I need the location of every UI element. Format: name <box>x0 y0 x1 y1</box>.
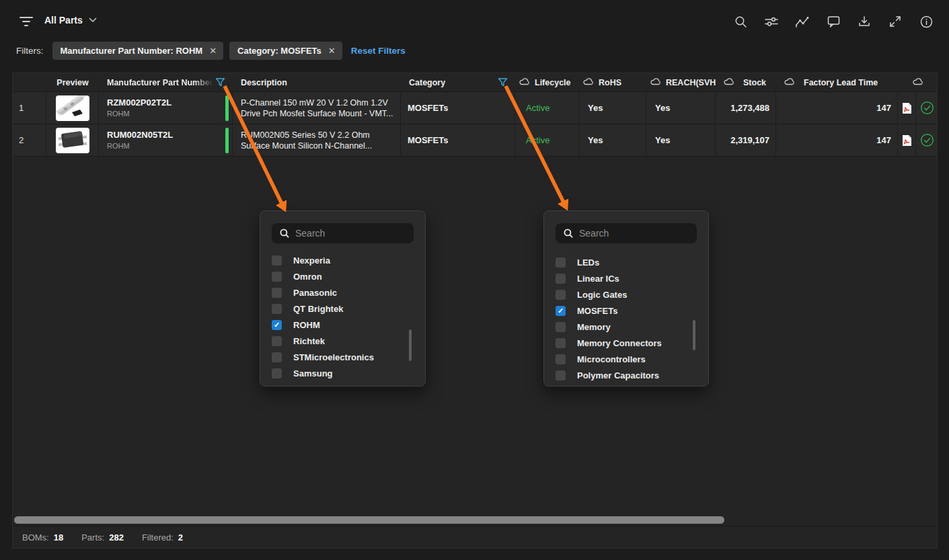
option-linear-ics[interactable]: Linear ICs <box>556 270 697 286</box>
checkbox[interactable] <box>272 288 282 298</box>
checkbox[interactable] <box>556 338 566 348</box>
option-microcontrollers[interactable]: Microcontrollers <box>556 351 697 367</box>
filters-label: Filters: <box>16 46 44 56</box>
checkbox[interactable] <box>556 370 566 381</box>
header-rohs[interactable]: RoHS <box>579 73 646 91</box>
checkbox[interactable] <box>272 272 282 282</box>
close-icon[interactable]: ✕ <box>209 46 217 56</box>
option-label: Memory <box>577 322 611 332</box>
status-bar: BOMs:18 Parts:282 Filtered:2 <box>13 526 937 548</box>
factory-lead-time-cell: 147 <box>776 92 898 124</box>
filter-chip-category[interactable]: Category: MOSFETs ✕ <box>229 42 342 60</box>
header-lifecycle[interactable]: Lifecycle <box>515 73 579 91</box>
option-leds[interactable]: LEDs <box>556 254 697 270</box>
filter-funnel-icon[interactable] <box>498 77 508 89</box>
table-row[interactable]: 2 RUM002N05T2L ROHM RUM002N05 Series 50 … <box>13 124 937 157</box>
checkbox[interactable] <box>272 352 282 362</box>
filter-list-icon[interactable] <box>17 13 35 30</box>
header-category[interactable]: Category <box>401 73 515 91</box>
checkbox[interactable] <box>556 322 566 332</box>
checkbox[interactable] <box>556 306 566 316</box>
row-index: 1 <box>13 92 46 124</box>
mpn-value: RZM002P02T2L <box>107 97 172 108</box>
option-mosfets[interactable]: MOSFETs <box>556 303 697 319</box>
lifecycle-value: Active <box>526 103 549 113</box>
view-selector-label: All Parts <box>44 15 83 26</box>
header-preview[interactable]: Preview <box>46 73 99 91</box>
row-index: 2 <box>13 124 46 156</box>
category-value: MOSFETs <box>408 103 448 113</box>
search-input[interactable] <box>295 228 407 239</box>
column-label: Preview <box>56 78 88 87</box>
horizontal-scrollbar-thumb[interactable] <box>14 516 724 524</box>
cloud-icon <box>583 77 595 87</box>
mpn-value: RUM002N05T2L <box>107 130 173 141</box>
info-icon[interactable] <box>915 14 937 29</box>
mpn-cell: RUM002N05T2L ROHM <box>99 124 233 156</box>
option-memory[interactable]: Memory <box>556 319 697 335</box>
checkbox[interactable] <box>272 336 282 346</box>
header-reach[interactable]: REACH(SVHC) <box>646 73 716 91</box>
checkbox[interactable] <box>272 320 282 330</box>
filter-funnel-icon[interactable] <box>215 77 225 89</box>
comment-icon[interactable] <box>823 14 844 29</box>
header-manufacturer-part-number[interactable]: Manufacturer Part Number <box>99 73 233 91</box>
option-samsung[interactable]: Samsung <box>272 365 414 381</box>
popup-scrollbar-thumb[interactable] <box>409 329 412 361</box>
part-thumbnail[interactable] <box>56 95 89 121</box>
header-datasheet-status[interactable] <box>898 73 938 91</box>
close-icon[interactable]: ✕ <box>328 46 336 56</box>
checkbox[interactable] <box>272 304 282 314</box>
option-label: Richtek <box>293 336 325 346</box>
sliders-icon[interactable] <box>761 14 782 29</box>
popup-search-box[interactable] <box>272 223 414 243</box>
header-stock[interactable]: Stock <box>716 73 776 91</box>
option-stmicroelectronics[interactable]: STMicroelectronics <box>272 349 414 365</box>
pdf-icon[interactable] <box>898 124 916 156</box>
option-qt-brightek[interactable]: QT Brightek <box>272 301 414 317</box>
lifecycle-cell: Active <box>515 92 579 124</box>
download-icon[interactable] <box>853 14 875 29</box>
checkbox[interactable] <box>556 290 566 300</box>
option-nexperia[interactable]: Nexperia <box>272 252 414 268</box>
search-input[interactable] <box>579 228 690 239</box>
pdf-icon[interactable] <box>898 92 916 124</box>
expand-icon[interactable] <box>884 14 906 29</box>
view-selector[interactable]: All Parts <box>44 15 97 26</box>
checkbox[interactable] <box>556 354 566 364</box>
line-chart-icon[interactable] <box>792 14 813 29</box>
green-check-icon <box>916 92 938 124</box>
stock-cell: 1,273,488 <box>716 92 776 124</box>
checkbox[interactable] <box>556 274 566 284</box>
option-richtek[interactable]: Richtek <box>272 333 414 349</box>
checkbox[interactable] <box>272 368 282 378</box>
part-preview[interactable] <box>46 124 99 156</box>
checkbox[interactable] <box>272 255 282 266</box>
rohs-value: Yes <box>588 103 603 113</box>
part-preview[interactable] <box>46 92 99 124</box>
reset-filters-link[interactable]: Reset Filters <box>351 46 406 56</box>
stock-cell: 2,319,107 <box>716 124 776 156</box>
part-thumbnail[interactable] <box>56 128 89 153</box>
header-factory-lead-time[interactable]: Factory Lead Time <box>776 73 898 91</box>
table-row[interactable]: 1 RZM002P02T2L ROHM P-Channel 150 mW 20 … <box>13 92 937 124</box>
manufacturer-value: ROHM <box>107 141 173 151</box>
cloud-icon <box>913 77 924 87</box>
chevron-down-icon <box>89 17 97 23</box>
option-panasonic[interactable]: Panasonic <box>272 284 414 301</box>
category-filter-popup: LEDs Linear ICs Logic Gates MOSFETs Memo… <box>543 210 709 387</box>
header-description[interactable]: Description <box>233 73 401 91</box>
option-rohm[interactable]: ROHM <box>272 317 414 333</box>
popup-search-box[interactable] <box>556 223 697 243</box>
table-header: Preview Manufacturer Part Number Descrip… <box>13 73 937 92</box>
option-logic-gates[interactable]: Logic Gates <box>556 286 697 303</box>
option-memory-connectors[interactable]: Memory Connectors <box>556 335 697 351</box>
option-polymer-capacitors[interactable]: Polymer Capacitors <box>556 367 697 383</box>
checkbox[interactable] <box>556 257 566 268</box>
option-label: Omron <box>293 272 322 282</box>
search-icon[interactable] <box>730 14 751 29</box>
option-omron[interactable]: Omron <box>272 268 414 284</box>
filter-chip-manufacturer[interactable]: Manufacturer Part Number: ROHM ✕ <box>52 42 224 60</box>
parts-table-panel: Preview Manufacturer Part Number Descrip… <box>12 73 938 549</box>
popup-scrollbar-thumb[interactable] <box>693 320 695 350</box>
